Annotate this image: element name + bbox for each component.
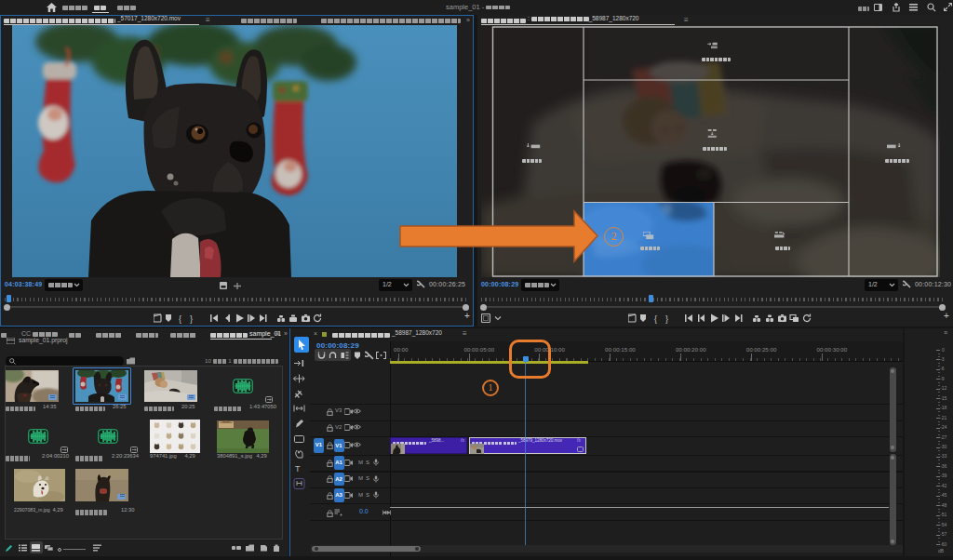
svg-text:}: } — [665, 314, 668, 324]
svg-text:T: T — [295, 464, 301, 473]
svg-text:}: } — [190, 314, 193, 324]
svg-text:{: { — [654, 314, 657, 324]
svg-text:{: { — [179, 314, 181, 324]
